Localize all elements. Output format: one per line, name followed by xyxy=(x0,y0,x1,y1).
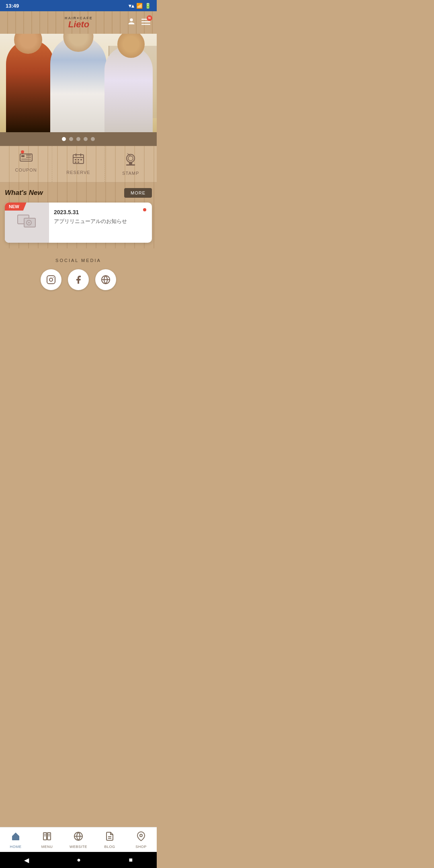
thumbnail-icon xyxy=(17,213,37,233)
svg-rect-14 xyxy=(78,159,79,160)
signal-icon: 📶 xyxy=(136,3,143,9)
svg-rect-5 xyxy=(21,155,25,157)
svg-point-19 xyxy=(128,156,133,161)
nav-item-coupon[interactable]: COUPON xyxy=(0,146,52,182)
coupon-icon xyxy=(20,153,33,165)
svg-rect-15 xyxy=(80,159,82,160)
stamp-icon xyxy=(125,153,137,168)
logo: HAIR×CAFE Lieto xyxy=(31,16,127,29)
svg-rect-3 xyxy=(141,24,150,25)
svg-rect-13 xyxy=(75,159,76,160)
status-bar: 13:49 ▾▴ 📶 🔋 xyxy=(0,0,157,11)
social-icons xyxy=(5,269,152,290)
svg-rect-21 xyxy=(126,164,135,166)
dot-2[interactable] xyxy=(69,137,73,141)
status-time: 13:49 xyxy=(6,3,19,9)
whats-new-section: What's New MORE NEW 2023.5.31 アプリリニューアルの… xyxy=(0,182,157,248)
instagram-button[interactable] xyxy=(41,269,61,290)
lieto-label: Lieto xyxy=(31,20,127,29)
menu-badge: N xyxy=(147,15,152,21)
icon-nav: COUPON RESERVE xyxy=(0,146,157,182)
more-button[interactable]: MORE xyxy=(124,188,152,198)
hero-image xyxy=(0,34,157,132)
dot-3[interactable] xyxy=(76,137,80,141)
whats-new-header: What's New MORE xyxy=(5,188,152,198)
nav-item-stamp[interactable]: STAMP xyxy=(105,146,157,182)
dot-5[interactable] xyxy=(91,137,95,141)
wifi-icon: ▾▴ xyxy=(129,3,134,9)
news-date: 2023.5.31 xyxy=(54,209,147,215)
status-icons: ▾▴ 📶 🔋 xyxy=(129,3,151,9)
news-content: 2023.5.31 アプリリニューアルのお知らせ xyxy=(49,203,152,243)
svg-rect-16 xyxy=(75,162,76,163)
dot-1[interactable] xyxy=(62,137,66,141)
svg-point-18 xyxy=(127,154,135,162)
facebook-button[interactable] xyxy=(68,269,89,290)
dot-4[interactable] xyxy=(84,137,88,141)
whats-new-title: What's New xyxy=(5,189,43,197)
svg-point-0 xyxy=(130,18,133,21)
coupon-label: COUPON xyxy=(15,168,37,172)
svg-rect-20 xyxy=(129,162,132,164)
user-icon[interactable] xyxy=(127,17,136,28)
carousel-dots xyxy=(0,132,157,146)
reserve-icon xyxy=(72,153,84,168)
battery-icon: 🔋 xyxy=(145,3,151,9)
person-right xyxy=(104,46,153,132)
svg-point-28 xyxy=(49,278,53,281)
menu-icon[interactable]: N xyxy=(141,17,150,28)
svg-point-29 xyxy=(53,277,54,278)
svg-rect-27 xyxy=(47,276,55,284)
news-card[interactable]: NEW 2023.5.31 アプリリニューアルのお知らせ xyxy=(5,203,152,243)
svg-point-26 xyxy=(28,222,30,223)
stamp-label: STAMP xyxy=(122,171,139,176)
reserve-label: RESERVE xyxy=(66,170,90,175)
svg-rect-2 xyxy=(141,21,150,22)
header-actions: N xyxy=(127,17,150,28)
news-text: アプリリニューアルのお知らせ xyxy=(54,218,147,225)
social-section: SOCIAL MEDIA xyxy=(0,248,157,298)
svg-rect-17 xyxy=(78,162,79,163)
news-unread-dot xyxy=(143,208,146,211)
website-button[interactable] xyxy=(95,269,116,290)
social-title: SOCIAL MEDIA xyxy=(5,258,152,263)
header: HAIR×CAFE Lieto N xyxy=(0,11,157,34)
nav-item-reserve[interactable]: RESERVE xyxy=(52,146,104,182)
new-badge: NEW xyxy=(5,203,27,211)
